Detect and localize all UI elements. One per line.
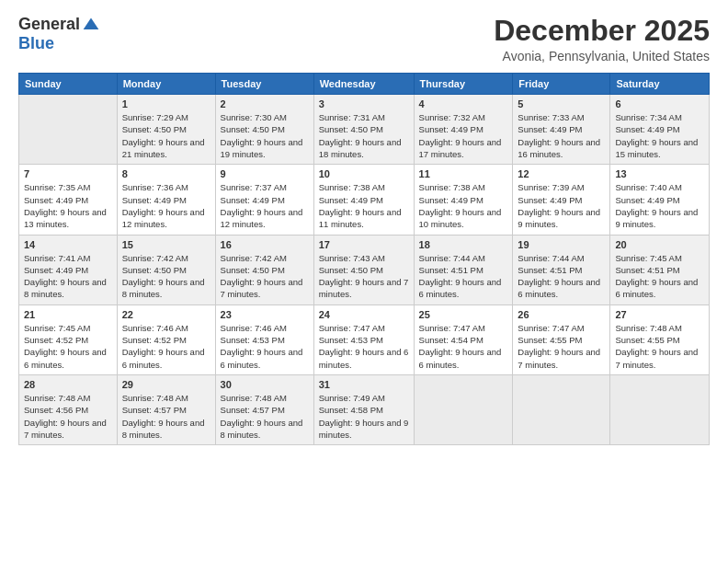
calendar-cell: 10Sunrise: 7:38 AM Sunset: 4:49 PM Dayli… (313, 165, 414, 235)
calendar-cell: 28Sunrise: 7:48 AM Sunset: 4:56 PM Dayli… (19, 374, 118, 444)
day-info: Sunrise: 7:42 AM Sunset: 4:50 PM Dayligh… (221, 252, 309, 301)
calendar-cell: 23Sunrise: 7:46 AM Sunset: 4:53 PM Dayli… (215, 304, 313, 374)
calendar-cell: 20Sunrise: 7:45 AM Sunset: 4:51 PM Dayli… (610, 235, 710, 304)
header-saturday: Saturday (610, 74, 710, 95)
header: General Blue December 2025 Avonia, Penns… (18, 15, 710, 63)
day-info: Sunrise: 7:43 AM Sunset: 4:50 PM Dayligh… (319, 252, 409, 301)
calendar-cell: 3Sunrise: 7:31 AM Sunset: 4:50 PM Daylig… (313, 95, 414, 165)
day-number: 19 (518, 239, 605, 250)
day-info: Sunrise: 7:46 AM Sunset: 4:53 PM Dayligh… (221, 322, 309, 371)
day-number: 2 (221, 98, 309, 109)
day-info: Sunrise: 7:34 AM Sunset: 4:49 PM Dayligh… (615, 111, 704, 160)
day-info: Sunrise: 7:38 AM Sunset: 4:49 PM Dayligh… (319, 181, 409, 230)
day-number: 9 (221, 168, 309, 179)
calendar-cell: 13Sunrise: 7:40 AM Sunset: 4:49 PM Dayli… (610, 165, 710, 235)
title-block: December 2025 Avonia, Pennsylvania, Unit… (494, 15, 710, 63)
day-number: 24 (319, 309, 409, 320)
day-info: Sunrise: 7:37 AM Sunset: 4:49 PM Dayligh… (221, 181, 309, 230)
header-monday: Monday (117, 74, 215, 95)
day-number: 3 (319, 98, 409, 109)
calendar-cell: 9Sunrise: 7:37 AM Sunset: 4:49 PM Daylig… (215, 165, 313, 235)
day-info: Sunrise: 7:30 AM Sunset: 4:50 PM Dayligh… (221, 111, 309, 160)
calendar-cell (610, 374, 710, 444)
day-info: Sunrise: 7:46 AM Sunset: 4:52 PM Dayligh… (122, 322, 210, 371)
calendar-week-row: 28Sunrise: 7:48 AM Sunset: 4:56 PM Dayli… (19, 374, 710, 444)
calendar-cell: 6Sunrise: 7:34 AM Sunset: 4:49 PM Daylig… (610, 95, 710, 165)
day-number: 20 (615, 239, 704, 250)
day-number: 18 (419, 239, 508, 250)
calendar-cell: 27Sunrise: 7:48 AM Sunset: 4:55 PM Dayli… (610, 304, 710, 374)
calendar-cell: 15Sunrise: 7:42 AM Sunset: 4:50 PM Dayli… (117, 235, 215, 304)
day-number: 6 (615, 98, 704, 109)
calendar-cell: 22Sunrise: 7:46 AM Sunset: 4:52 PM Dayli… (117, 304, 215, 374)
day-number: 14 (24, 239, 112, 250)
calendar-cell: 4Sunrise: 7:32 AM Sunset: 4:49 PM Daylig… (414, 95, 513, 165)
day-info: Sunrise: 7:47 AM Sunset: 4:53 PM Dayligh… (319, 322, 409, 371)
calendar-cell: 12Sunrise: 7:39 AM Sunset: 4:49 PM Dayli… (513, 165, 610, 235)
day-number: 15 (122, 239, 210, 250)
day-info: Sunrise: 7:48 AM Sunset: 4:57 PM Dayligh… (122, 392, 210, 441)
calendar-week-row: 7Sunrise: 7:35 AM Sunset: 4:49 PM Daylig… (19, 165, 710, 235)
calendar-cell: 1Sunrise: 7:29 AM Sunset: 4:50 PM Daylig… (117, 95, 215, 165)
logo-blue-text: Blue (18, 34, 54, 53)
day-info: Sunrise: 7:33 AM Sunset: 4:49 PM Dayligh… (518, 111, 605, 160)
day-number: 5 (518, 98, 605, 109)
day-number: 8 (122, 168, 210, 179)
svg-marker-0 (84, 17, 99, 29)
day-info: Sunrise: 7:36 AM Sunset: 4:49 PM Dayligh… (122, 181, 210, 230)
day-number: 17 (319, 239, 409, 250)
page: General Blue December 2025 Avonia, Penns… (0, 0, 728, 563)
day-number: 22 (122, 309, 210, 320)
header-friday: Friday (513, 74, 610, 95)
day-info: Sunrise: 7:47 AM Sunset: 4:54 PM Dayligh… (419, 322, 508, 371)
calendar-cell: 11Sunrise: 7:38 AM Sunset: 4:49 PM Dayli… (414, 165, 513, 235)
calendar-cell (19, 95, 118, 165)
calendar-cell: 29Sunrise: 7:48 AM Sunset: 4:57 PM Dayli… (117, 374, 215, 444)
header-sunday: Sunday (19, 74, 118, 95)
day-info: Sunrise: 7:45 AM Sunset: 4:51 PM Dayligh… (615, 252, 704, 301)
header-tuesday: Tuesday (215, 74, 313, 95)
day-info: Sunrise: 7:48 AM Sunset: 4:56 PM Dayligh… (24, 392, 112, 441)
day-info: Sunrise: 7:38 AM Sunset: 4:49 PM Dayligh… (419, 181, 508, 230)
weekday-header-row: Sunday Monday Tuesday Wednesday Thursday… (19, 74, 710, 95)
day-number: 7 (24, 168, 112, 179)
logo-general-text: General (18, 15, 80, 34)
location: Avonia, Pennsylvania, United States (494, 49, 710, 63)
calendar-cell: 21Sunrise: 7:45 AM Sunset: 4:52 PM Dayli… (19, 304, 118, 374)
logo: General Blue (18, 15, 100, 53)
logo-icon (82, 16, 100, 34)
calendar-cell: 30Sunrise: 7:48 AM Sunset: 4:57 PM Dayli… (215, 374, 313, 444)
day-number: 4 (419, 98, 508, 109)
day-info: Sunrise: 7:47 AM Sunset: 4:55 PM Dayligh… (518, 322, 605, 371)
day-info: Sunrise: 7:41 AM Sunset: 4:49 PM Dayligh… (24, 252, 112, 301)
day-info: Sunrise: 7:44 AM Sunset: 4:51 PM Dayligh… (419, 252, 508, 301)
calendar-cell: 2Sunrise: 7:30 AM Sunset: 4:50 PM Daylig… (215, 95, 313, 165)
day-number: 11 (419, 168, 508, 179)
calendar-cell (414, 374, 513, 444)
day-info: Sunrise: 7:31 AM Sunset: 4:50 PM Dayligh… (319, 111, 409, 160)
day-number: 21 (24, 309, 112, 320)
calendar-week-row: 1Sunrise: 7:29 AM Sunset: 4:50 PM Daylig… (19, 95, 710, 165)
header-wednesday: Wednesday (313, 74, 414, 95)
day-info: Sunrise: 7:45 AM Sunset: 4:52 PM Dayligh… (24, 322, 112, 371)
day-number: 10 (319, 168, 409, 179)
day-info: Sunrise: 7:48 AM Sunset: 4:55 PM Dayligh… (615, 322, 704, 371)
day-number: 31 (319, 379, 409, 390)
header-thursday: Thursday (414, 74, 513, 95)
day-info: Sunrise: 7:40 AM Sunset: 4:49 PM Dayligh… (615, 181, 704, 230)
day-number: 1 (122, 98, 210, 109)
day-info: Sunrise: 7:39 AM Sunset: 4:49 PM Dayligh… (518, 181, 605, 230)
day-info: Sunrise: 7:48 AM Sunset: 4:57 PM Dayligh… (221, 392, 309, 441)
day-number: 23 (221, 309, 309, 320)
calendar-cell: 18Sunrise: 7:44 AM Sunset: 4:51 PM Dayli… (414, 235, 513, 304)
calendar-cell: 26Sunrise: 7:47 AM Sunset: 4:55 PM Dayli… (513, 304, 610, 374)
calendar-cell: 19Sunrise: 7:44 AM Sunset: 4:51 PM Dayli… (513, 235, 610, 304)
day-info: Sunrise: 7:32 AM Sunset: 4:49 PM Dayligh… (419, 111, 508, 160)
day-info: Sunrise: 7:35 AM Sunset: 4:49 PM Dayligh… (24, 181, 112, 230)
calendar-cell: 25Sunrise: 7:47 AM Sunset: 4:54 PM Dayli… (414, 304, 513, 374)
calendar-cell: 8Sunrise: 7:36 AM Sunset: 4:49 PM Daylig… (117, 165, 215, 235)
day-number: 25 (419, 309, 508, 320)
day-number: 13 (615, 168, 704, 179)
day-info: Sunrise: 7:42 AM Sunset: 4:50 PM Dayligh… (122, 252, 210, 301)
day-number: 12 (518, 168, 605, 179)
